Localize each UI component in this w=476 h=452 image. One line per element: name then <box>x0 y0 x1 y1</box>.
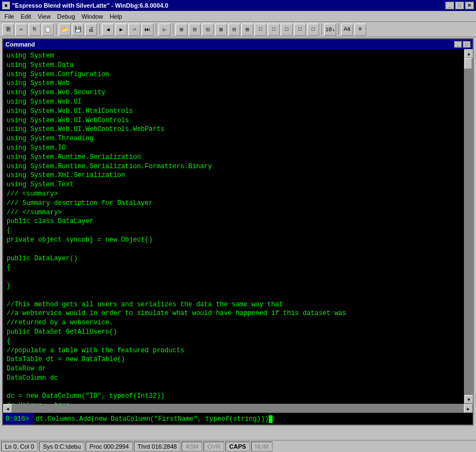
tb-btn-d9[interactable]: □ <box>281 24 293 36</box>
tb-btn-d11[interactable]: □ <box>307 24 319 36</box>
tb-sep-5 <box>321 24 322 35</box>
tb-btn-b3[interactable]: ⏎ <box>128 24 140 36</box>
tb-btn-d10[interactable]: □ <box>294 24 306 36</box>
window-title: "Espresso Blend with SilverLatte" - WinD… <box>12 2 168 9</box>
tb-btn-d2[interactable]: ⊟ <box>189 24 201 36</box>
status-caps: CAPS <box>225 442 250 451</box>
horizontal-scrollbar[interactable]: ◀ ▶ <box>3 404 473 413</box>
tb-btn-c1[interactable]: ▷ <box>158 24 171 36</box>
tb-btn-b2[interactable]: ▶ <box>115 24 127 36</box>
menu-debug[interactable]: Debug <box>54 12 78 21</box>
title-bar-left: ■ "Espresso Blend with SilverLatte" - Wi… <box>2 2 168 9</box>
command-text: dt.Columns.Add(new DataColumn("FirstName… <box>36 415 269 423</box>
command-title-bar: Command _ □ <box>3 39 473 49</box>
menu-help[interactable]: Help <box>106 12 126 21</box>
tb-btn-d4[interactable]: ⊠ <box>215 24 227 36</box>
title-bar: ■ "Espresso Blend with SilverLatte" - Wi… <box>0 0 476 11</box>
tb-sep-6 <box>338 24 339 35</box>
status-ovr: OVR <box>203 442 224 451</box>
status-sys: Sys 0:C:\debu <box>39 442 84 451</box>
command-title-label: Command <box>5 41 35 48</box>
input-bar: 0:016> dt.Columns.Add(new DataColumn("Fi… <box>3 413 473 425</box>
scroll-down-button[interactable]: ▼ <box>464 395 473 404</box>
text-cursor <box>269 415 273 423</box>
status-num: NUM <box>251 442 273 451</box>
tb-sep-2 <box>99 24 100 35</box>
tb-btn-b4[interactable]: ⏭ <box>141 24 154 36</box>
status-asm: ASM <box>182 442 202 451</box>
vertical-scrollbar[interactable]: ▲ ▼ <box>464 49 473 404</box>
code-display[interactable]: using System using System.Data using Sys… <box>3 49 464 404</box>
toolbar: 🖹 ✂ ⎘ 📋 📂 💾 🖨 ◀ ▶ ⏎ ⏭ ▷ ⊞ ⊟ ⊡ ⊠ ⊟ ⊞ □ □ … <box>0 22 476 37</box>
tb-btn-f1[interactable]: Aa <box>341 24 353 36</box>
status-bar: Ln 0, Col 0 Sys 0:C:\debu Proc 000:2994 … <box>0 440 476 452</box>
input-prompt: 0:016> <box>3 413 33 425</box>
h-scroll-track[interactable] <box>12 404 464 413</box>
tb-btn-d6[interactable]: ⊞ <box>241 24 253 36</box>
title-controls: _ □ ✕ <box>445 2 474 9</box>
tb-btn-d1[interactable]: ⊞ <box>175 24 188 36</box>
tb-btn-b1[interactable]: ◀ <box>102 24 114 36</box>
cmd-maximize[interactable]: □ <box>463 41 471 48</box>
tb-save[interactable]: 💾 <box>72 24 84 36</box>
tb-sep-4 <box>173 24 173 35</box>
menu-file[interactable]: File <box>1 12 18 21</box>
scroll-up-button[interactable]: ▲ <box>464 49 473 58</box>
status-proc: Proc 000:2994 <box>86 442 133 451</box>
close-button[interactable]: ✕ <box>465 2 474 9</box>
command-body: using System using System.Data using Sys… <box>3 49 473 404</box>
menu-window[interactable]: Window <box>78 12 106 21</box>
menu-edit[interactable]: Edit <box>18 12 35 21</box>
tb-sep-1 <box>56 24 56 35</box>
tb-btn-e1[interactable]: 10₁ <box>324 24 336 36</box>
tb-btn-d8[interactable]: □ <box>268 24 280 36</box>
command-input[interactable]: dt.Columns.Add(new DataColumn("FirstName… <box>33 413 473 425</box>
tb-btn-d3[interactable]: ⊡ <box>202 24 214 36</box>
tb-print[interactable]: 🖨 <box>85 24 97 36</box>
scroll-thumb[interactable] <box>464 58 472 69</box>
scroll-track[interactable] <box>464 58 473 395</box>
minimize-button[interactable]: _ <box>445 2 454 9</box>
command-title-controls: _ □ <box>454 41 471 48</box>
h-scroll-left[interactable]: ◀ <box>3 404 12 413</box>
app-icon: ■ <box>2 2 10 9</box>
tb-btn-d7[interactable]: □ <box>254 24 267 36</box>
tb-paste[interactable]: 📋 <box>42 24 54 36</box>
menu-view[interactable]: View <box>35 12 54 21</box>
cmd-minimize[interactable]: _ <box>454 41 462 48</box>
tb-copy[interactable]: ⎘ <box>29 24 41 36</box>
tb-btn-f2[interactable]: ≡ <box>354 24 366 36</box>
maximize-button[interactable]: □ <box>455 2 464 9</box>
tb-cut[interactable]: ✂ <box>15 24 27 36</box>
h-scroll-right[interactable]: ▶ <box>464 404 473 413</box>
menu-bar: File Edit View Debug Window Help <box>0 11 476 22</box>
command-window: Command _ □ using System using System.Da… <box>2 38 474 426</box>
tb-open[interactable]: 📂 <box>59 24 71 36</box>
tb-sep-3 <box>156 24 156 35</box>
status-thrd: Thrd 016:2848 <box>134 442 181 451</box>
tb-new[interactable]: 🖹 <box>2 24 14 36</box>
status-ln-col: Ln 0, Col 0 <box>1 442 38 451</box>
tb-btn-d5[interactable]: ⊟ <box>228 24 240 36</box>
